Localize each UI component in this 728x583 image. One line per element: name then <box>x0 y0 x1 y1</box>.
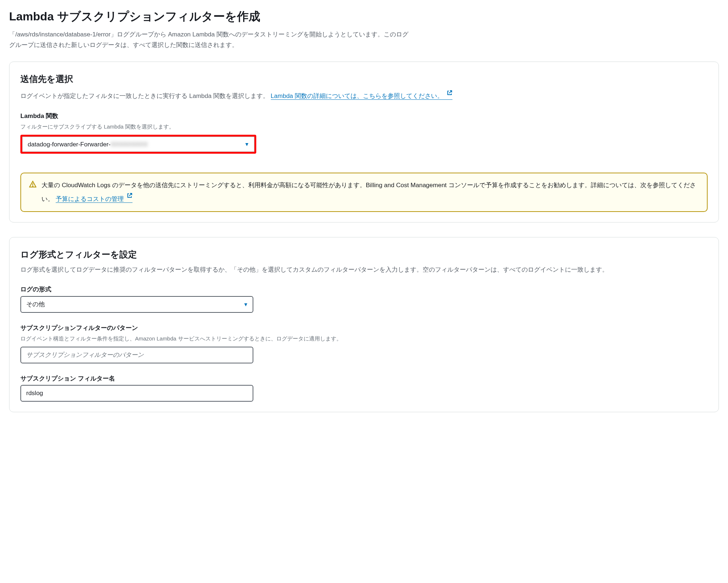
filter-pattern-input[interactable] <box>20 347 253 363</box>
page-description: 「/aws/rds/instance/database-1/error」ロググル… <box>9 29 410 51</box>
warning-icon <box>29 181 36 205</box>
svg-point-1 <box>32 186 33 187</box>
log-format-select[interactable]: その他 <box>20 296 253 313</box>
budget-link-text: 予算によるコストの管理 <box>56 196 124 202</box>
external-link-icon <box>127 191 132 202</box>
budget-link[interactable]: 予算によるコストの管理 <box>56 196 133 203</box>
alert-text: 大量の CloudWatch Logs のデータを他の送信先にストリーミングする… <box>41 180 699 205</box>
destination-description: ログイベントが指定したフィルタに一致したときに実行する Lambda 関数を選択… <box>20 89 708 102</box>
external-link-icon <box>447 89 452 99</box>
destination-card: 送信先を選択 ログイベントが指定したフィルタに一致したときに実行する Lambd… <box>9 62 719 222</box>
lambda-select-highlight: datadog-forwarder-Forwarder- XXXXXXXXX ▼ <box>20 135 256 154</box>
filter-name-label: サブスクリプション フィルター名 <box>20 374 708 383</box>
lambda-details-link-text: Lambda 関数の詳細については、こちらを参照してください。 <box>271 92 443 99</box>
cost-warning-alert: 大量の CloudWatch Logs のデータを他の送信先にストリーミングする… <box>20 173 708 212</box>
lambda-function-field: Lambda 関数 フィルターにサブスクライブする Lambda 関数を選択しま… <box>20 111 708 162</box>
log-format-label: ログの形式 <box>20 284 708 294</box>
page-title: Lambda サブスクリプションフィルターを作成 <box>9 7 719 26</box>
filter-pattern-field: サブスクリプションフィルターのパターン ログイベント構造とフィルター条件を指定し… <box>20 323 708 363</box>
destination-title: 送信先を選択 <box>20 72 708 86</box>
config-title: ログ形式とフィルターを設定 <box>20 248 708 261</box>
config-card: ログ形式とフィルターを設定 ログ形式を選択してログデータに推奨のフィルターパター… <box>9 237 719 412</box>
log-format-value: その他 <box>26 299 45 309</box>
lambda-details-link[interactable]: Lambda 関数の詳細については、こちらを参照してください。 <box>271 92 452 100</box>
destination-description-text: ログイベントが指定したフィルタに一致したときに実行する Lambda 関数を選択… <box>20 92 271 99</box>
config-description: ログ形式を選択してログデータに推奨のフィルターパターンを取得するか、「その他」を… <box>20 265 708 275</box>
filter-pattern-label: サブスクリプションフィルターのパターン <box>20 323 708 333</box>
lambda-function-select[interactable]: datadog-forwarder-Forwarder- XXXXXXXXX <box>22 137 254 152</box>
lambda-function-description: フィルターにサブスクライブする Lambda 関数を選択します。 <box>20 122 708 131</box>
alert-text-content: 大量の CloudWatch Logs のデータを他の送信先にストリーミングする… <box>41 182 696 202</box>
log-format-field: ログの形式 その他 ▼ <box>20 284 708 312</box>
lambda-select-value: datadog-forwarder-Forwarder- <box>28 139 111 149</box>
filter-pattern-description: ログイベント構造とフィルター条件を指定し、Amazon Lambda サービスへ… <box>20 334 708 343</box>
filter-name-input[interactable] <box>20 385 253 402</box>
filter-name-field: サブスクリプション フィルター名 <box>20 374 708 402</box>
lambda-select-redacted: XXXXXXXXX <box>111 139 148 149</box>
lambda-function-label: Lambda 関数 <box>20 111 708 121</box>
